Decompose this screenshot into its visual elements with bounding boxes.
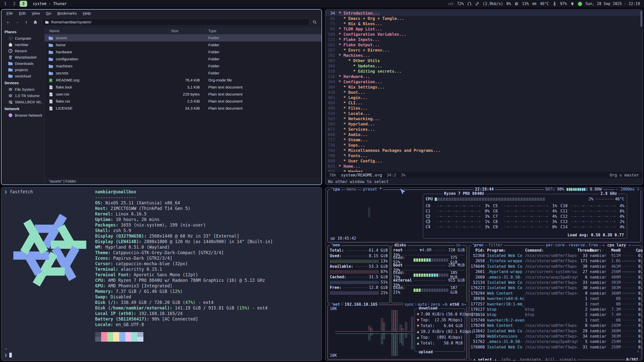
- back-button[interactable]: ←: [4, 18, 12, 26]
- column-name[interactable]: Name: [45, 27, 169, 34]
- process-row[interactable]: 176000Isolated Web Co/nix/store/sm8fmrf3…: [469, 344, 641, 350]
- org-heading-line[interactable]: 121* Flake Inputs...: [326, 37, 640, 42]
- org-heading-line[interactable]: 461 * Login...: [326, 95, 640, 100]
- file-row-license[interactable]: LICENSE34,3 KiBPlain text document: [45, 105, 321, 112]
- footer-signals[interactable]: signals: [559, 357, 576, 361]
- org-heading-line[interactable]: 698 * Audio...: [326, 132, 640, 137]
- process-row[interactable]: 175749kworker/6:2-even1root0B0.0: [469, 318, 641, 323]
- path-bar[interactable]: /home/nambiar/system/: [42, 19, 309, 26]
- org-heading-line[interactable]: 499 * Files...: [326, 106, 640, 111]
- file-row-secrets[interactable]: secretsFolder: [45, 70, 321, 77]
- org-heading-line[interactable]: 34* Introduction...: [326, 11, 640, 16]
- sidebar-item-projects[interactable]: projects: [2, 67, 45, 73]
- org-heading-line[interactable]: 316* Hardware...: [326, 74, 640, 79]
- process-row[interactable]: 52134Isolated Web Co/nix/store/sm8fmrf3w…: [469, 280, 641, 285]
- file-row-assets[interactable]: assetsFolder: [45, 34, 321, 41]
- footer-info-[interactable]: info ↵: [501, 357, 515, 361]
- sync-tag[interactable]: sync: [403, 302, 415, 307]
- process-row[interactable]: 177257kworker/10:1-mm_1root0B0.0: [469, 301, 641, 307]
- process-row[interactable]: 13642Isolated Web Co/nix/store/sm8fmrf3w…: [469, 328, 641, 334]
- process-row[interactable]: 2658.firefox-wrappe/nix/store/sm8fmrf3wp…: [469, 258, 641, 264]
- sidebar-item-nextcloud[interactable]: nextcloud: [2, 73, 45, 79]
- process-row[interactable]: 2601.Hyprland-wrapp/run/current-system/s…: [469, 269, 641, 275]
- col-pid[interactable]: Pid:: [469, 248, 485, 253]
- process-row[interactable]: 176223Isolated Web Co/nix/store/sm8fmrf3…: [469, 285, 641, 291]
- org-heading-line[interactable]: 671 * Services...: [326, 127, 640, 132]
- org-heading-line[interactable]: 717 * Steam...: [326, 137, 640, 143]
- process-row[interactable]: 51762.emacs-31.0.50-/nix/store/wnqz5pa8r…: [469, 339, 641, 344]
- file-row-configuration[interactable]: configurationFolder: [45, 56, 321, 63]
- org-heading-line[interactable]: 534 * Locale...: [326, 111, 640, 116]
- emacs-scrollbar[interactable]: [640, 11, 642, 27]
- org-heading-line[interactable]: 344* Configuration...: [326, 79, 640, 84]
- io-tag[interactable]: io: [455, 243, 462, 247]
- org-heading-line[interactable]: 93* TLDR App List...: [326, 26, 640, 32]
- col-user[interactable]: User:: [587, 248, 608, 253]
- file-row-home[interactable]: homeFolder: [45, 41, 321, 49]
- home-button[interactable]: [31, 18, 39, 26]
- org-heading-line[interactable]: 563 * Networking...: [326, 116, 640, 121]
- menu-edit[interactable]: Edit: [16, 10, 28, 16]
- reverse-tag[interactable]: reverse: [567, 243, 586, 247]
- file-row-readme-org[interactable]: README.org76,4 KiBOrg-mode file: [45, 77, 321, 84]
- col-threads[interactable]: Threads:: [577, 248, 587, 253]
- menu-bookmarks[interactable]: Bookmarks: [55, 10, 79, 16]
- sidebar-item-wastebasket[interactable]: Wastebasket: [2, 54, 45, 60]
- org-heading-line[interactable]: 304 * Updates...: [326, 63, 640, 69]
- menu-help[interactable]: Help: [80, 10, 93, 16]
- col-program[interactable]: Program:: [485, 248, 525, 253]
- footer-kill[interactable]: kill: [545, 357, 555, 361]
- org-heading-line[interactable]: 825* Home...: [326, 164, 640, 169]
- menu-tag[interactable]: menu: [345, 187, 357, 192]
- sidebar-item-file-system[interactable]: File System: [2, 86, 45, 93]
- org-heading-line[interactable]: 484 * CLI...: [326, 100, 640, 106]
- process-row[interactable]: 178294Web Content/nix/store/sm8fmrf3wps4…: [469, 291, 641, 296]
- tree-tag[interactable]: tree: [587, 243, 599, 247]
- forward-button[interactable]: →: [13, 18, 21, 26]
- process-row[interactable]: 178248Web Content/nix/store/sm8fmrf3wps4…: [469, 323, 641, 328]
- per-core-tag[interactable]: per-core: [545, 243, 566, 247]
- menu-file[interactable]: File: [4, 10, 15, 16]
- process-row[interactable]: 176646Isolated Web Co/nix/store/sm8fmrf3…: [469, 264, 641, 269]
- process-row[interactable]: 2660.emacs-31.0.50-/nix/store/wnqz5pa8ra…: [469, 275, 641, 280]
- org-heading-line[interactable]: 809 * User Config...: [326, 158, 640, 164]
- up-button[interactable]: ↑: [22, 18, 30, 26]
- file-row-hardware[interactable]: hardwareFolder: [45, 49, 321, 56]
- org-heading-line[interactable]: 764 * Miscellaneous Packages and Program…: [326, 148, 640, 153]
- org-heading-line[interactable]: 384 * Nix Settings...: [326, 84, 640, 90]
- sort-selector[interactable]: ← cpu lazy →: [601, 243, 632, 247]
- org-heading-line[interactable]: 267 * Envrc + Direnv...: [326, 48, 640, 53]
- process-row[interactable]: 38936kworker/u64:6-kc1root0B0.0: [469, 296, 641, 301]
- process-row[interactable]: 179127btopbtop2nambiar7.3M0.0: [469, 307, 641, 312]
- sidebar-item-downloads[interactable]: Downloads: [2, 60, 45, 67]
- org-heading-line[interactable]: 736 * Sops...: [326, 143, 640, 148]
- shell-prompt[interactable]: ~ ❯: [5, 346, 12, 358]
- footer--select-[interactable]: ↑ select ↓: [473, 357, 497, 361]
- sidebar-item-recent[interactable]: Recent: [2, 48, 45, 54]
- col-command[interactable]: Command:: [525, 248, 577, 253]
- col-memb[interactable]: MemB: [608, 248, 621, 253]
- iface-tag[interactable]: ←b eth0 n→: [441, 302, 467, 307]
- sidebar-item-computer[interactable]: Computer: [2, 35, 45, 41]
- file-row-flake-nix[interactable]: flake.nix2,5 KiBPlain text document: [45, 98, 321, 105]
- org-heading-line[interactable]: 162* Flake Output...: [326, 42, 640, 48]
- sidebar-item-1-0-tb-volume[interactable]: 1,0 TB Volume: [2, 93, 45, 99]
- workspace-1[interactable]: 1: [2, 1, 9, 7]
- org-heading-line[interactable]: 428 * Boot...: [326, 90, 640, 95]
- org-heading-line[interactable]: 71 * Nix & Nixos...: [326, 21, 640, 26]
- search-button[interactable]: [310, 18, 319, 26]
- sidebar-item-smallbox-wi-[interactable]: SMALLBOX Wi...: [2, 99, 45, 105]
- workspace-3[interactable]: 3: [20, 1, 27, 7]
- file-row-flake-lock[interactable]: flake.lock3,1 KiBPlain text document: [45, 84, 321, 91]
- sidebar-item-nambiar[interactable]: nambiar: [2, 41, 45, 48]
- menu-view[interactable]: View: [29, 10, 43, 16]
- menu-go[interactable]: Go: [44, 10, 54, 16]
- org-heading-line[interactable]: 584 * Hyprland...: [326, 121, 640, 127]
- preset-tag[interactable]: preset *: [362, 187, 383, 192]
- process-row[interactable]: 3390WebExtensions/nix/store/sm8fmrf3wps4…: [469, 334, 641, 339]
- workspace-2[interactable]: 2: [11, 1, 18, 7]
- org-heading-line[interactable]: 109* Configuration Variables...: [326, 32, 640, 37]
- file-row-user-nix[interactable]: user.nix229 bytesPlain text document: [45, 91, 321, 98]
- column-size[interactable]: Size: [169, 27, 206, 34]
- col-cpu[interactable]: Cpu%: [635, 248, 643, 253]
